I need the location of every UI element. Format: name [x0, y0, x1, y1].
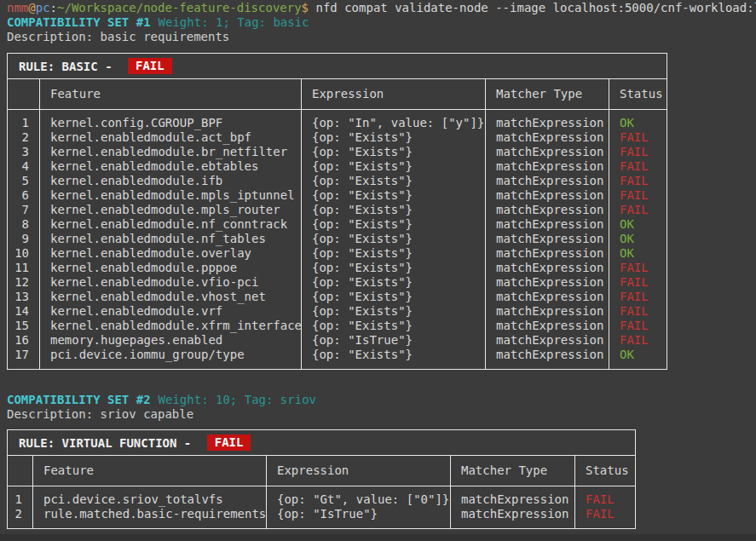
table-cell: 17	[8, 348, 39, 362]
table-column: {op: "In", value: ["y"]}{op: "Exists"}{o…	[301, 110, 485, 369]
compat-set-1-meta: Weight: 1; Tag: basic	[151, 15, 309, 29]
compat-set-1-description: Description: basic requirements	[7, 30, 229, 44]
table-cell: matchExpression	[486, 203, 609, 217]
table-cell: memory.hugepages.enabled	[40, 333, 301, 348]
prompt-user: nmm	[7, 1, 28, 14]
table-cell: {op: "Exists"}	[302, 188, 485, 203]
table-cell: {op: "Exists"}	[302, 290, 485, 304]
table-cell: matchExpression	[486, 304, 609, 319]
status-value: FAIL	[609, 261, 667, 275]
compat-set-2-description: Description: sriov capable	[7, 407, 193, 422]
table-cell: matchExpression	[451, 492, 574, 507]
compat-set-2-meta: Weight: 10; Tag: sriov	[151, 393, 316, 406]
table-cell: 4	[8, 159, 39, 174]
table-header-row: FeatureExpressionMatcher TypeStatus	[8, 79, 667, 110]
rule-status-badge: FAIL	[128, 58, 172, 74]
status-value: FAIL	[609, 333, 667, 348]
status-value: FAIL	[609, 174, 667, 188]
column-header: Matcher Type	[485, 79, 609, 109]
status-value: FAIL	[575, 507, 635, 521]
status-value: OK	[609, 246, 667, 261]
table-cell: 14	[8, 304, 39, 319]
table-cell: matchExpression	[486, 130, 609, 145]
command-text: nfd compat validate-node --image localho…	[309, 1, 756, 14]
column-header: Matcher Type	[450, 456, 574, 486]
table-cell: {op: "Exists"}	[302, 319, 485, 333]
table-cell: matchExpression	[486, 145, 609, 159]
table-cell: 1	[8, 492, 32, 507]
table-cell: kernel.enabledmodule.vrf	[40, 304, 301, 319]
prompt-line: nmm@pc:~/Workspace/node-feature-discover…	[7, 1, 756, 15]
table-cell: {op: "IsTrue"}	[267, 507, 450, 521]
table-cell: {op: "Exists"}	[302, 304, 485, 319]
column-header	[8, 456, 32, 486]
compat-set-2-heading: COMPATIBILITY SET #2Weight: 10; Tag: sri…	[7, 393, 316, 407]
table-cell: 15	[8, 319, 39, 333]
table-column: matchExpressionmatchExpressionmatchExpre…	[485, 110, 609, 369]
table-cell: pci.device.iommu_group/type	[40, 348, 301, 362]
table-cell: 3	[8, 145, 39, 159]
table-cell: kernel.enabledmodule.overlay	[40, 246, 301, 261]
table-column: FAILFAIL	[574, 486, 635, 528]
rule-table-virtual-function: RULE: VIRTUAL FUNCTION - FAIL FeatureExp…	[7, 429, 636, 529]
table-cell: 2	[8, 130, 39, 145]
table-cell: 13	[8, 290, 39, 304]
table-cell: {op: "Exists"}	[302, 246, 485, 261]
table-body: 1234567891011121314151617kernel.config.C…	[8, 110, 667, 369]
rule-label: RULE: BASIC -	[19, 60, 119, 73]
status-value: FAIL	[609, 304, 667, 319]
table-cell: matchExpression	[486, 246, 609, 261]
table-cell: kernel.enabledmodule.vhost_net	[40, 290, 301, 304]
table-cell: kernel.enabledmodule.nf_conntrack	[40, 217, 301, 232]
table-cell: {op: "In", value: ["y"]}	[302, 116, 485, 130]
table-cell: kernel.config.CGROUP_BPF	[40, 116, 301, 130]
status-value: FAIL	[609, 290, 667, 304]
table-cell: {op: "Exists"}	[302, 261, 485, 275]
table-cell: pci.device.sriov_totalvfs	[33, 492, 266, 507]
table-cell: 10	[8, 246, 39, 261]
rule-title-row: RULE: VIRTUAL FUNCTION - FAIL	[8, 430, 635, 456]
table-cell: {op: "Exists"}	[302, 174, 485, 188]
table-column: {op: "Gt", value: ["0"]}{op: "IsTrue"}	[266, 486, 450, 528]
compat-set-1-heading: COMPATIBILITY SET #1Weight: 1; Tag: basi…	[7, 15, 309, 30]
column-header: Feature	[39, 79, 301, 109]
table-header-row: FeatureExpressionMatcher TypeStatus	[8, 456, 635, 486]
table-cell: matchExpression	[486, 232, 609, 246]
prompt-dollar: $	[302, 1, 309, 14]
table-column: 1234567891011121314151617	[8, 110, 39, 369]
window-bottom-edge	[0, 534, 756, 541]
table-column: matchExpressionmatchExpression	[450, 486, 574, 528]
status-value: FAIL	[609, 130, 667, 145]
table-cell: matchExpression	[486, 159, 609, 174]
table-cell: {op: "Exists"}	[302, 275, 485, 290]
table-cell: 5	[8, 174, 39, 188]
status-value: FAIL	[609, 145, 667, 159]
column-header: Expression	[266, 456, 450, 486]
table-cell: rule.matched.basic-requirements	[33, 507, 266, 521]
table-cell: 1	[8, 116, 39, 130]
table-cell: {op: "Exists"}	[302, 232, 485, 246]
table-column: OKFAILFAILFAILFAILFAILFAILOKOKOKFAILFAIL…	[609, 110, 667, 369]
table-cell: matchExpression	[486, 319, 609, 333]
status-value: FAIL	[609, 275, 667, 290]
table-cell: {op: "Exists"}	[302, 217, 485, 232]
rule-title-row: RULE: BASIC - FAIL	[8, 54, 667, 79]
rule-status-badge: FAIL	[207, 435, 251, 451]
column-header: Status	[609, 79, 667, 109]
table-cell: 8	[8, 217, 39, 232]
table-cell: 12	[8, 275, 39, 290]
status-value: OK	[609, 217, 667, 232]
status-value: FAIL	[575, 492, 635, 507]
table-cell: {op: "Gt", value: ["0"]}	[267, 492, 450, 507]
table-cell: {op: "Exists"}	[302, 203, 485, 217]
table-cell: matchExpression	[486, 188, 609, 203]
table-cell: {op: "Exists"}	[302, 159, 485, 174]
table-cell: kernel.enabledmodule.xfrm_interface	[40, 319, 301, 333]
table-cell: kernel.enabledmodule.act_bpf	[40, 130, 301, 145]
terminal-screen[interactable]: { "prompt": { "user": "nmm", "at": "@", …	[0, 0, 756, 541]
table-cell: matchExpression	[451, 507, 574, 521]
table-cell: 9	[8, 232, 39, 246]
table-cell: 11	[8, 261, 39, 275]
table-cell: 16	[8, 333, 39, 348]
table-cell: matchExpression	[486, 333, 609, 348]
